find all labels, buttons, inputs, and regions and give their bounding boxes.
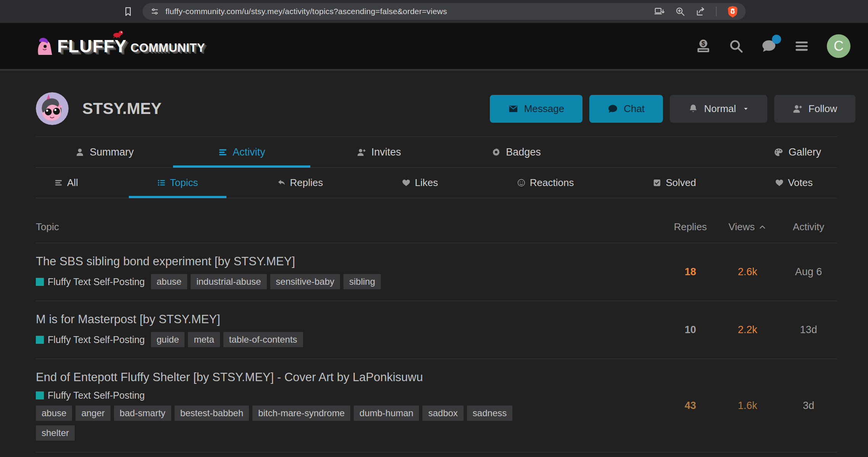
subnav-item-likes[interactable]: Likes: [402, 168, 438, 198]
message-button[interactable]: Message: [490, 95, 583, 123]
follow-button[interactable]: Follow: [774, 95, 855, 123]
topic-category[interactable]: Fluffy Text Self-Posting: [36, 334, 145, 345]
certificate-icon: [491, 148, 501, 157]
topic-row: M is for Masterpost [by STSY.MEY] Fluffy…: [36, 301, 837, 359]
topic-replies-count[interactable]: 10: [666, 324, 715, 336]
column-header-views[interactable]: Views: [715, 221, 780, 233]
hamburger-menu-icon[interactable]: [794, 38, 809, 54]
tab-label: Gallery: [788, 146, 821, 158]
reply-icon: [277, 178, 286, 187]
tag-sensitive-baby[interactable]: sensitive-baby: [270, 274, 340, 289]
topic-title-link[interactable]: End of Entepott Fluffy Shelter [by STSY.…: [36, 370, 654, 384]
subnav-label: Solved: [666, 177, 696, 189]
topic-meta: Fluffy Text Self-Posting guidemetatable-…: [36, 332, 654, 347]
bookmark-icon[interactable]: [123, 6, 133, 17]
logo-critter-icon: [113, 30, 124, 38]
topic-last-activity[interactable]: 3d: [780, 400, 837, 412]
tab-badges[interactable]: Badges: [448, 137, 585, 167]
profile-tabs: Summary Activity Invites Badges Gallery: [36, 136, 837, 168]
header-icons: $ C: [696, 34, 850, 58]
tag-sibling[interactable]: sibling: [343, 274, 381, 289]
tab-label: Badges: [506, 146, 541, 158]
browser-toolbar: fluffy-community.com/u/stsy.mey/activity…: [0, 0, 868, 23]
url-text[interactable]: fluffy-community.com/u/stsy.mey/activity…: [165, 7, 654, 16]
site-logo[interactable]: FLUFFY COMMUNITY: [34, 36, 205, 56]
tag-table-of-contents[interactable]: table-of-contents: [223, 332, 303, 347]
topic-main-cell: End of Entepott Fluffy Shelter [by STSY.…: [36, 370, 666, 441]
topic-main-cell: The SBS sibling bond experiment [by STSY…: [36, 255, 666, 289]
tag-shelter[interactable]: shelter: [36, 425, 75, 441]
zoom-in-icon[interactable]: [675, 6, 685, 17]
topic-tags: abuseangerbad-smartybestest-babbehbitch-…: [36, 406, 516, 421]
tag-abuse[interactable]: abuse: [151, 274, 187, 289]
subnav-item-solved[interactable]: Solved: [653, 168, 696, 198]
topic-last-activity[interactable]: 13d: [780, 324, 837, 336]
search-icon[interactable]: [728, 38, 744, 54]
topic-meta: Fluffy Text Self-Posting abuseangerbad-s…: [36, 390, 654, 441]
topic-last-activity[interactable]: Aug 6: [780, 266, 837, 278]
bars-icon: [54, 178, 63, 187]
subnav-item-reactions[interactable]: Reactions: [517, 168, 574, 198]
subnav-label: All: [67, 177, 78, 189]
topic-main-cell: M is for Masterpost [by STSY.MEY] Fluffy…: [36, 313, 666, 347]
tag-industrial-abuse[interactable]: industrial-abuse: [191, 274, 266, 289]
user-icon: [75, 148, 85, 157]
category-name: Fluffy Text Self-Posting: [48, 390, 145, 401]
chat-button-label: Chat: [624, 103, 645, 115]
chat-button[interactable]: Chat: [589, 95, 663, 123]
tag-bestest-babbeh[interactable]: bestest-babbeh: [175, 406, 249, 421]
column-header-replies[interactable]: Replies: [666, 221, 715, 233]
smile-icon: [517, 178, 526, 187]
topic-row: End of Entepott Fluffy Shelter [by STSY.…: [36, 359, 837, 452]
tab-summary[interactable]: Summary: [36, 137, 173, 167]
profile-avatar[interactable]: [36, 92, 69, 125]
subnav-label: Topics: [170, 177, 198, 189]
activity-subnav: All Topics Replies Likes Reactions Solve…: [36, 168, 837, 198]
brave-shield-icon[interactable]: [727, 5, 739, 18]
tag-meta[interactable]: meta: [188, 332, 220, 347]
address-bar[interactable]: fluffy-community.com/u/stsy.mey/activity…: [143, 3, 746, 20]
heart-icon: [775, 178, 784, 187]
tag-dumb-human[interactable]: dumb-human: [354, 406, 419, 421]
share-icon[interactable]: [695, 6, 706, 17]
tag-sadbox[interactable]: sadbox: [422, 406, 463, 421]
sort-ascending-icon: [758, 223, 767, 231]
check-square-icon: [653, 178, 661, 187]
tag-anger[interactable]: anger: [75, 406, 110, 421]
subnav-item-topics[interactable]: Topics: [157, 168, 198, 198]
topic-title-link[interactable]: M is for Masterpost [by STSY.MEY]: [36, 313, 654, 326]
topic-replies-count[interactable]: 18: [666, 266, 715, 278]
bell-icon: [688, 104, 698, 114]
notification-level-button[interactable]: Normal: [670, 95, 767, 123]
logo-title: FLUFFY: [57, 36, 127, 56]
tab-invites[interactable]: Invites: [310, 137, 448, 167]
message-button-label: Message: [524, 103, 565, 115]
profile-header: STSY.MEY Message Chat Normal Follow: [36, 71, 837, 136]
chat-icon[interactable]: [761, 38, 777, 54]
address-bar-actions: [654, 5, 739, 18]
current-user-avatar[interactable]: C: [827, 34, 850, 58]
tag-abuse[interactable]: abuse: [36, 406, 72, 421]
tag-bad-smarty[interactable]: bad-smarty: [114, 406, 171, 421]
user-plus-icon: [357, 148, 366, 157]
palette-icon: [774, 148, 783, 157]
tab-gallery[interactable]: Gallery: [758, 137, 837, 167]
subnav-item-all[interactable]: All: [54, 168, 78, 198]
send-to-device-icon[interactable]: [654, 6, 665, 17]
tag-guide[interactable]: guide: [151, 332, 185, 347]
tab-activity[interactable]: Activity: [173, 137, 310, 167]
topic-category[interactable]: Fluffy Text Self-Posting: [36, 390, 145, 401]
site-settings-icon[interactable]: [150, 7, 159, 16]
donate-icon[interactable]: $: [696, 38, 711, 54]
tag-bitch-mare-syndrome[interactable]: bitch-mare-syndrome: [252, 406, 350, 421]
topic-title-link[interactable]: The SBS sibling bond experiment [by STSY…: [36, 255, 654, 268]
subnav-item-replies[interactable]: Replies: [277, 168, 323, 198]
category-color-badge: [36, 336, 44, 344]
envelope-icon: [508, 104, 518, 114]
subnav-item-votes[interactable]: Votes: [775, 168, 813, 198]
topic-replies-count[interactable]: 43: [666, 400, 715, 412]
column-header-activity[interactable]: Activity: [780, 221, 837, 233]
subnav-label: Votes: [788, 177, 813, 189]
tag-sadness[interactable]: sadness: [467, 406, 512, 421]
topic-category[interactable]: Fluffy Text Self-Posting: [36, 276, 145, 287]
